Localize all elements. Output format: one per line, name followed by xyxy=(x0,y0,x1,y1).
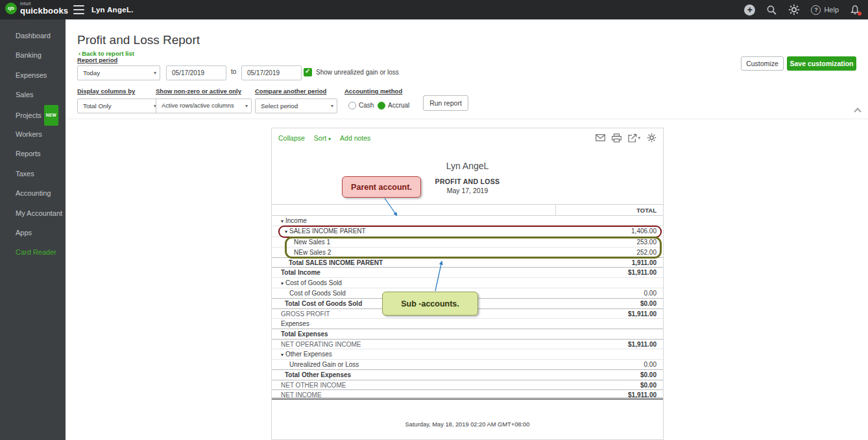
quickbooks-logo-icon: qb xyxy=(5,3,17,14)
cash-label: Cash xyxy=(359,102,374,109)
email-icon[interactable] xyxy=(596,134,605,141)
sort-link[interactable]: Sort ▾ xyxy=(314,134,331,142)
table-row-total-other-expenses[interactable]: Total Other Expenses$0.00 xyxy=(272,369,663,380)
sidebar-item-reports[interactable]: Reports xyxy=(0,144,66,163)
show-unrealized-checkbox[interactable] xyxy=(304,68,312,76)
report-settings-icon[interactable] xyxy=(647,133,657,143)
table-row-total-income[interactable]: Total Income$1,911.00 xyxy=(272,267,663,277)
quickbooks-app: qb intuit quickbooks Lyn AngeL. ? Help xyxy=(0,0,868,440)
display-columns-label: Display columns by xyxy=(77,87,135,95)
sidebar-item-workers[interactable]: Workers xyxy=(0,124,66,144)
accounting-method-label: Accounting method xyxy=(344,87,402,95)
table-row-other-expenses-section[interactable]: Other Expenses xyxy=(272,349,663,360)
table-row-new-sales-1[interactable]: New Sales 1253.00 xyxy=(272,237,663,248)
report-company-name: Lyn AngeL xyxy=(272,161,663,171)
table-row-new-sales-2[interactable]: NEw Sales 2252.00 xyxy=(272,248,663,258)
column-divider xyxy=(555,205,556,215)
nonzero-label: Show non-zero or active only xyxy=(156,87,241,95)
export-caret-icon: ▾ xyxy=(638,135,640,141)
sidebar-item-accounting[interactable]: Accounting xyxy=(0,183,66,203)
sidebar-item-dashboard[interactable]: Dashboard xyxy=(0,26,66,45)
quickbooks-wordmark: quickbooks xyxy=(20,6,68,15)
collapse-caret-icon[interactable] xyxy=(281,352,283,358)
table-row-income[interactable]: Income xyxy=(272,216,663,226)
topbar: qb intuit quickbooks Lyn AngeL. ? Help xyxy=(0,0,868,19)
gear-icon[interactable] xyxy=(788,4,800,16)
sort-caret-icon: ▾ xyxy=(328,136,331,142)
help-label: Help xyxy=(824,6,839,14)
print-icon[interactable] xyxy=(612,133,621,143)
date-from-input[interactable]: 05/17/2019 xyxy=(166,65,226,80)
menu-icon[interactable] xyxy=(73,5,84,14)
accrual-label: Accrual xyxy=(388,102,409,109)
customize-button[interactable]: Customize xyxy=(741,56,784,71)
sidebar-item-expenses[interactable]: Expenses xyxy=(0,65,66,85)
notifications-bell-icon[interactable] xyxy=(850,5,860,16)
table-row-unrealized-gain[interactable]: Unrealized Gain or Loss0.00 xyxy=(272,360,663,370)
main-content: Profit and Loss Report ‹Back to report l… xyxy=(66,19,868,440)
to-label: to xyxy=(231,68,236,75)
report-period-label: Report period xyxy=(77,56,117,64)
sidebar-item-projects[interactable]: ProjectsNEW xyxy=(0,105,66,124)
active-rows-select[interactable]: Active rows/active columns xyxy=(156,98,252,113)
create-plus-icon[interactable] xyxy=(744,5,755,16)
help-icon: ? xyxy=(811,5,821,15)
add-notes-link[interactable]: Add notes xyxy=(340,134,370,142)
sidebar-item-apps[interactable]: Apps xyxy=(0,223,66,242)
sidebar: Dashboard Banking Expenses Sales Project… xyxy=(0,19,66,440)
page-title: Profit and Loss Report xyxy=(77,33,200,47)
table-row-net-operating-income[interactable]: NET OPERATING INCOME$1,911.00 xyxy=(272,339,663,349)
table-row-net-income[interactable]: NET INCOME$1,911.00 xyxy=(272,389,663,400)
date-to-input[interactable]: 05/17/2019 xyxy=(241,65,302,80)
total-column-header: TOTAL xyxy=(636,205,657,216)
report-period-select[interactable]: Today xyxy=(77,65,160,80)
help-button[interactable]: ? Help xyxy=(811,5,839,15)
sidebar-item-banking[interactable]: Banking xyxy=(0,45,66,65)
compare-period-label: Compare another period xyxy=(255,87,326,95)
table-row-sales-income-parent[interactable]: SALES INCOME PARENT1,406.00 xyxy=(272,226,663,237)
table-row-total-expenses[interactable]: Total Expenses xyxy=(272,329,663,339)
sidebar-item-my-accountant[interactable]: My Accountant xyxy=(0,203,66,223)
accrual-radio[interactable] xyxy=(378,102,385,110)
sub-accounts-annotation: Sub -accounts. xyxy=(382,292,478,316)
compare-period-select[interactable]: Select period xyxy=(255,98,337,113)
report-panel: Collapse Sort ▾ Add notes ▾ xyxy=(271,128,664,440)
new-badge: NEW xyxy=(44,105,58,126)
collapse-caret-icon[interactable] xyxy=(281,281,283,286)
filters-divider xyxy=(66,119,868,119)
table-row-expenses[interactable]: Expenses xyxy=(272,319,663,329)
report-title: PROFIT AND LOSS xyxy=(272,178,663,185)
table-row-net-other-income[interactable]: NET OTHER INCOME$0.00 xyxy=(272,380,663,390)
scroll-up-icon[interactable] xyxy=(852,106,863,116)
collapse-link[interactable]: Collapse xyxy=(278,134,305,142)
collapse-caret-icon[interactable] xyxy=(281,218,283,224)
table-row-total-sales-income-parent[interactable]: Total SALES INCOME PARENT1,911.00 xyxy=(272,257,663,268)
run-report-button[interactable]: Run report xyxy=(423,95,468,111)
table-row-cogs-section[interactable]: Cost of Goods Sold xyxy=(272,278,663,288)
table-header: TOTAL xyxy=(272,204,663,216)
export-icon[interactable]: ▾ xyxy=(628,133,640,143)
save-customization-button[interactable]: Save customization xyxy=(787,56,856,71)
sidebar-item-card-reader[interactable]: Card Reader xyxy=(0,242,66,262)
report-footer-timestamp: Saturday, May 18, 2019 02:20 AM GMT+08:0… xyxy=(272,421,663,428)
sidebar-item-taxes[interactable]: Taxes xyxy=(0,164,66,183)
sidebar-item-sales[interactable]: Sales xyxy=(0,85,66,104)
company-name: Lyn AngeL. xyxy=(91,6,134,14)
parent-account-annotation: Parent account. xyxy=(342,176,421,198)
search-icon[interactable] xyxy=(766,5,777,16)
show-unrealized-label: Show unrealized gain or loss xyxy=(316,69,399,76)
collapse-caret-icon[interactable] xyxy=(285,229,287,235)
display-columns-select[interactable]: Total Only xyxy=(77,98,160,113)
cash-radio[interactable] xyxy=(348,102,356,110)
report-date: May 17, 2019 xyxy=(272,187,663,194)
notification-dot xyxy=(858,12,862,16)
quickbooks-logo[interactable]: qb intuit quickbooks xyxy=(5,2,68,15)
